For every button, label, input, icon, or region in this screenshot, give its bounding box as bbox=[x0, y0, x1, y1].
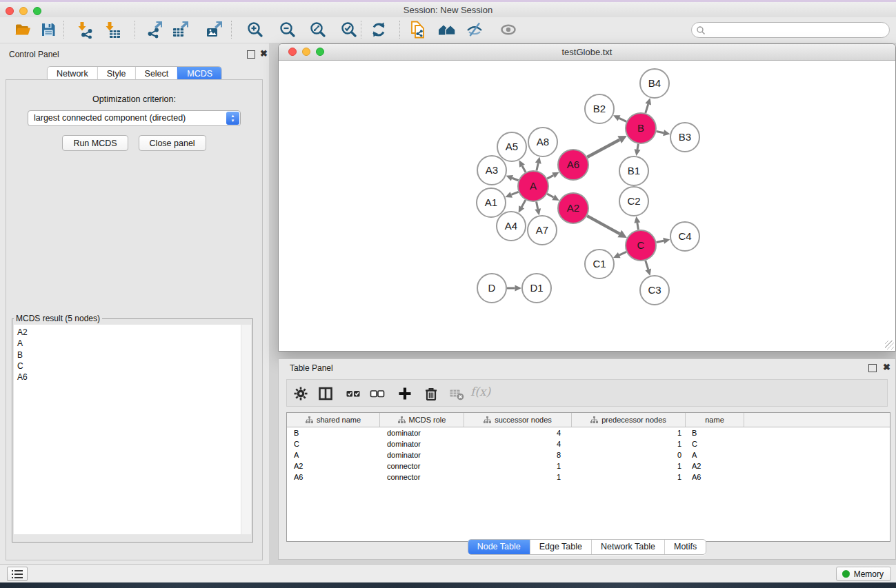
table-tab-edge-table[interactable]: Edge Table bbox=[530, 540, 591, 554]
cell[interactable]: B bbox=[686, 429, 744, 437]
close-panel-icon[interactable]: ✖ bbox=[260, 50, 268, 57]
mcds-result-item[interactable]: B bbox=[17, 349, 241, 361]
window-resize-grip[interactable] bbox=[885, 341, 894, 349]
cell[interactable]: 1 bbox=[572, 440, 686, 448]
table-row[interactable]: Bdominator41B bbox=[287, 427, 890, 438]
network-from-selection-icon[interactable] bbox=[409, 21, 427, 39]
settings-gear-icon[interactable] bbox=[292, 385, 309, 402]
table-row[interactable]: A2connector11A2 bbox=[287, 460, 890, 472]
column-header-predecessor-nodes[interactable]: predecessor nodes bbox=[572, 413, 686, 427]
cell[interactable]: dominator bbox=[380, 440, 464, 448]
criterion-select[interactable]: largest connected component (directed) ▲… bbox=[28, 110, 241, 126]
edge-A-A8[interactable] bbox=[537, 163, 538, 171]
search-input[interactable] bbox=[706, 25, 881, 36]
edge-A-A1[interactable] bbox=[511, 192, 518, 194]
mcds-result-item[interactable]: C bbox=[17, 361, 241, 372]
network-canvas[interactable]: AA1A2A3A4A5A6A7A8BB1B2B3B4CC1C2C3C4DD1 bbox=[279, 61, 895, 350]
table-tab-node-table[interactable]: Node Table bbox=[468, 540, 530, 554]
edge-B-B3[interactable] bbox=[657, 132, 664, 133]
edge-arrowhead bbox=[663, 130, 670, 136]
mcds-result-item[interactable]: A2 bbox=[17, 327, 241, 338]
show-all-networks-icon[interactable] bbox=[438, 21, 456, 39]
edge-B-B1[interactable] bbox=[637, 144, 638, 150]
panel-selector-button[interactable] bbox=[7, 567, 28, 581]
export-table-icon[interactable] bbox=[172, 21, 190, 39]
delete-columns-icon[interactable] bbox=[423, 385, 439, 402]
column-header-name[interactable]: name bbox=[686, 413, 744, 427]
cell[interactable]: A6 bbox=[686, 473, 744, 481]
hide-selected-icon[interactable] bbox=[466, 21, 484, 39]
cell[interactable]: dominator bbox=[380, 451, 464, 459]
cell[interactable]: 0 bbox=[572, 451, 686, 459]
cell[interactable]: B bbox=[287, 429, 380, 437]
zoom-selected-icon[interactable] bbox=[340, 21, 358, 39]
edge-A-A7[interactable] bbox=[537, 202, 538, 210]
cell[interactable]: connector bbox=[380, 473, 464, 481]
cell[interactable]: connector bbox=[380, 462, 464, 470]
deselect-all-icon[interactable] bbox=[369, 385, 386, 402]
add-column-icon[interactable] bbox=[397, 385, 413, 402]
cell[interactable]: dominator bbox=[380, 429, 464, 437]
show-hidden-icon[interactable] bbox=[499, 21, 517, 39]
edge-A2-C[interactable] bbox=[587, 216, 619, 234]
cell[interactable]: 4 bbox=[464, 440, 572, 448]
edge-C-C2[interactable] bbox=[637, 223, 639, 230]
table-tab-network-table[interactable]: Network Table bbox=[591, 540, 664, 554]
edge-A-A5[interactable] bbox=[522, 166, 526, 172]
cell[interactable]: A bbox=[287, 451, 380, 459]
zoom-out-icon[interactable] bbox=[279, 21, 297, 39]
table-row[interactable]: A6connector11A6 bbox=[287, 472, 890, 483]
edge-B-B2[interactable] bbox=[619, 118, 627, 121]
edge-A6-B[interactable] bbox=[587, 140, 619, 157]
select-all-icon[interactable] bbox=[345, 385, 361, 402]
export-network-icon[interactable] bbox=[146, 21, 163, 39]
mcds-result-item[interactable]: A6 bbox=[17, 372, 241, 383]
close-panel-button[interactable]: Close panel bbox=[139, 135, 206, 151]
cell[interactable]: 1 bbox=[572, 462, 686, 470]
import-network-icon[interactable] bbox=[76, 21, 94, 39]
edge-A-A4[interactable] bbox=[521, 200, 526, 207]
cell[interactable]: 1 bbox=[464, 462, 572, 470]
cell[interactable]: A bbox=[686, 451, 744, 459]
edge-A-A3[interactable] bbox=[512, 178, 518, 180]
cell[interactable]: 1 bbox=[572, 429, 686, 437]
column-header-successor-nodes[interactable]: successor nodes bbox=[464, 413, 572, 427]
network-window-titlebar[interactable]: testGlobe.txt bbox=[279, 44, 895, 61]
import-table-icon[interactable] bbox=[103, 21, 121, 39]
result-list-scrollbar[interactable] bbox=[241, 325, 251, 534]
edge-C-C4[interactable] bbox=[657, 241, 664, 242]
table-tab-motifs[interactable]: Motifs bbox=[664, 540, 706, 554]
column-header-shared-name[interactable]: shared name bbox=[287, 413, 380, 427]
edge-C-C3[interactable] bbox=[646, 261, 648, 270]
table-row[interactable]: Adominator80A bbox=[287, 449, 890, 460]
zoom-in-icon[interactable] bbox=[246, 21, 264, 39]
edge-C-C1[interactable] bbox=[619, 252, 626, 255]
open-session-icon[interactable] bbox=[14, 21, 32, 39]
close-table-panel-icon[interactable]: ✖ bbox=[883, 363, 890, 371]
show-columns-icon[interactable] bbox=[317, 385, 334, 402]
save-session-icon[interactable] bbox=[39, 21, 57, 39]
run-mcds-button[interactable]: Run MCDS bbox=[62, 135, 128, 151]
table-row[interactable]: Cdominator41C bbox=[287, 438, 890, 449]
zoom-fit-icon[interactable] bbox=[309, 21, 327, 39]
mcds-result-item[interactable]: A bbox=[17, 338, 241, 349]
refresh-icon[interactable] bbox=[370, 21, 388, 39]
cell[interactable]: C bbox=[686, 440, 744, 448]
cell[interactable]: 4 bbox=[464, 429, 572, 437]
cell[interactable]: A2 bbox=[287, 462, 380, 470]
float-panel-icon[interactable] bbox=[247, 50, 255, 59]
edge-B-B4[interactable] bbox=[646, 104, 648, 113]
column-header-MCDS-role[interactable]: MCDS role bbox=[380, 413, 464, 427]
cell[interactable]: 1 bbox=[464, 473, 572, 481]
cell[interactable]: 8 bbox=[464, 451, 572, 459]
select-stepper-icon[interactable]: ▲▼ bbox=[226, 112, 239, 125]
cell[interactable]: A6 bbox=[287, 473, 380, 481]
cell[interactable]: 1 bbox=[572, 473, 686, 481]
float-table-panel-icon[interactable] bbox=[868, 364, 877, 372]
cell[interactable]: C bbox=[287, 440, 380, 448]
export-image-icon[interactable] bbox=[206, 21, 223, 39]
cell[interactable]: A2 bbox=[686, 462, 744, 470]
edge-A-A6[interactable] bbox=[547, 175, 553, 179]
memory-button[interactable]: Memory bbox=[836, 567, 891, 581]
edge-A-A2[interactable] bbox=[547, 194, 553, 197]
